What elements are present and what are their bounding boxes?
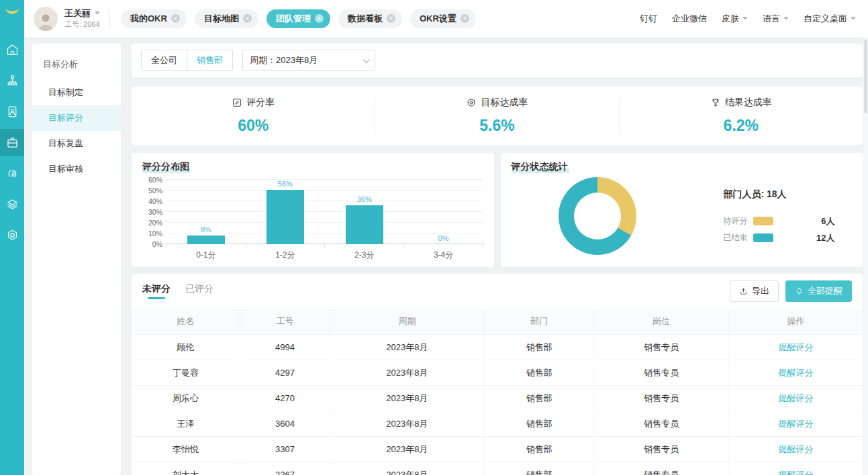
table-cell: 顾伦 [132, 335, 240, 360]
table-cell-action: 提醒评分 [729, 437, 863, 462]
table-cell: 销售专员 [594, 386, 729, 411]
header-tab[interactable]: OKR设置× [410, 9, 476, 28]
y-tick-label: 20% [148, 219, 162, 227]
export-button[interactable]: 导出 [730, 280, 779, 302]
topbar-menu-钉钉[interactable]: 钉钉 [640, 13, 657, 25]
rail-item-profile-doc[interactable] [0, 98, 24, 125]
top-bar: 王关丽 工号: 2064 我的OKR×目标地图×团队管理×数据看板×OKR设置×… [24, 0, 868, 37]
settings-gear-icon [5, 228, 19, 242]
trophy-icon [710, 97, 721, 108]
table-cell-action: 提醒评分 [729, 411, 863, 437]
table-cell: 销售部 [485, 335, 594, 360]
user-name: 王关丽 [64, 8, 91, 19]
table-cell: 销售部 [485, 462, 594, 475]
table-cell: 销售专员 [594, 462, 729, 475]
topbar-menu-皮肤[interactable]: 皮肤 [722, 13, 748, 25]
stat-value: 6.2% [620, 117, 863, 135]
chevron-down-icon [783, 17, 789, 20]
close-icon[interactable]: × [315, 14, 324, 23]
user-block[interactable]: 王关丽 工号: 2064 [64, 8, 100, 30]
table-tab-已评分[interactable]: 已评分 [185, 283, 213, 299]
period-dropdown[interactable]: 周期：2023年8月 [242, 50, 375, 71]
topbar-menu-自定义桌面[interactable]: 自定义桌面 [804, 13, 856, 25]
legend-label: 已结束 [724, 232, 748, 244]
bar-slot: 8% [166, 180, 246, 244]
bar[interactable] [187, 235, 225, 244]
remind-score-link[interactable]: 提醒评分 [779, 444, 814, 454]
column-header-操作: 操作 [729, 309, 863, 335]
header-tab[interactable]: 我的OKR× [121, 9, 187, 28]
bar[interactable] [267, 190, 304, 244]
stat-value: 60% [132, 117, 375, 135]
rail-item-home[interactable] [0, 36, 24, 63]
menu-item-label: 皮肤 [722, 13, 739, 25]
x-category-label: 3-4分 [404, 248, 483, 261]
table-cell: 王泽 [132, 411, 240, 437]
table-cell: 2023年8月 [330, 335, 484, 360]
home-icon [5, 43, 19, 57]
table-cell: 4270 [240, 386, 330, 411]
header-tab[interactable]: 目标地图× [195, 9, 258, 28]
bar-chart: 0%10%20%30%40%50%60% 8%56%36%0% [142, 180, 483, 244]
close-icon[interactable]: × [243, 14, 252, 23]
remind-score-link[interactable]: 提醒评分 [779, 470, 814, 475]
department-headcount: 部门人员: 18人 [724, 189, 835, 201]
rail-item-settings[interactable] [0, 221, 24, 248]
scope-button-全公司[interactable]: 全公司 [142, 50, 187, 70]
y-tick-label: 60% [148, 176, 162, 184]
remind-score-link[interactable]: 提醒评分 [779, 419, 814, 429]
stat-label: 目标达成率 [481, 97, 528, 109]
rail-item-layers[interactable] [0, 191, 24, 217]
topbar-menu-企业微信[interactable]: 企业微信 [672, 13, 707, 25]
sidebar-item-目标审核[interactable]: 目标审核 [32, 156, 121, 182]
table-cell: 2023年8月 [330, 462, 484, 475]
sidebar-item-目标复盘[interactable]: 目标复盘 [32, 131, 121, 156]
table-cell: 2023年8月 [330, 411, 484, 437]
remind-score-link[interactable]: 提醒评分 [779, 368, 814, 378]
header-tab[interactable]: 数据看板× [338, 9, 402, 28]
avatar[interactable] [34, 7, 58, 31]
scrollbar-thumb[interactable] [864, 40, 867, 113]
donut-legend-panel: 部门人员: 18人 待评分6人已结束12人 [724, 189, 835, 244]
menu-item-label: 钉钉 [640, 13, 657, 25]
close-icon[interactable]: × [461, 14, 469, 23]
rail-item-org[interactable] [0, 67, 24, 94]
remind-score-link[interactable]: 提醒评分 [779, 342, 814, 352]
close-icon[interactable]: × [171, 14, 180, 23]
scrollbar[interactable] [863, 37, 868, 475]
table-cell-action: 提醒评分 [729, 360, 863, 386]
legend-swatch [753, 217, 773, 225]
bar-value-label: 36% [357, 195, 372, 203]
table-cell: 销售专员 [594, 411, 729, 437]
document-user-icon [5, 105, 19, 119]
score-icon [232, 97, 242, 108]
org-chart-icon [5, 74, 19, 88]
bar[interactable] [346, 205, 383, 244]
table-tabs: 未评分已评分 [142, 283, 228, 299]
divider [109, 10, 110, 28]
legend-value: 12人 [812, 232, 835, 244]
remind-score-link[interactable]: 提醒评分 [779, 393, 814, 403]
sidebar-item-目标评分[interactable]: 目标评分 [32, 105, 121, 131]
table-row: 丁曼容42972023年8月销售部销售专员提醒评分 [132, 360, 863, 386]
table-cell: 2267 [240, 462, 330, 475]
header-tab[interactable]: 团队管理× [267, 9, 330, 28]
stat-result-achievement: 结果达成率 6.2% [619, 97, 863, 135]
scope-button-销售部[interactable]: 销售部 [187, 50, 232, 70]
table-header-row: 姓名工号周期部门岗位操作 [132, 309, 863, 335]
donut-ring [559, 177, 636, 255]
rail-item-fingerprint[interactable] [0, 160, 24, 187]
table-cell: 销售部 [485, 360, 594, 386]
smile-logo-icon [0, 0, 24, 24]
bar-value-label: 56% [278, 180, 293, 188]
export-icon [739, 287, 748, 296]
column-header-部门: 部门 [485, 309, 594, 335]
rail-item-briefcase[interactable] [0, 129, 24, 156]
topbar-menu-语言[interactable]: 语言 [763, 13, 789, 25]
table-tab-未评分[interactable]: 未评分 [142, 283, 171, 299]
remind-all-button[interactable]: 全部提醒 [785, 280, 852, 302]
app-logo[interactable] [0, 0, 24, 24]
sidebar-item-目标制定[interactable]: 目标制定 [32, 80, 121, 105]
filter-bar: 全公司销售部 周期：2023年8月 [132, 44, 863, 77]
close-icon[interactable]: × [387, 14, 395, 23]
